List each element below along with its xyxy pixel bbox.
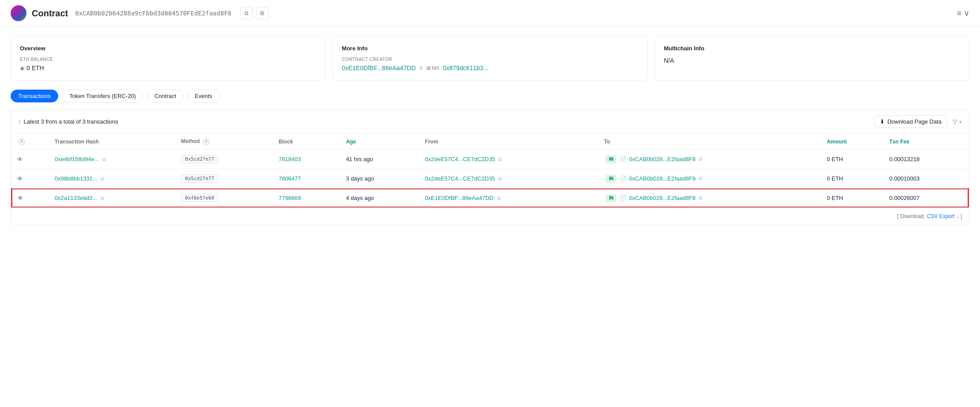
copy-from-icon[interactable]: ⧉: [497, 196, 501, 201]
in-direction-badge: IN: [606, 194, 616, 202]
row-from: 0xE1E0DfBF...86eAa47DD ⧉: [420, 188, 599, 208]
copy-from-icon[interactable]: ⧉: [498, 157, 502, 162]
th-from: From: [420, 134, 599, 150]
th-view: ?: [11, 134, 49, 150]
th-age[interactable]: Age: [341, 134, 420, 150]
txn-hash-link[interactable]: 0x879dc611b3...: [443, 64, 489, 72]
row-view-icon[interactable]: 👁: [11, 169, 49, 188]
row-amount: 0 ETH: [822, 188, 884, 208]
filter-icon: ▽: [953, 118, 957, 125]
row-to: IN 📄 0xCAB0b028...E2faad8F8 ⧉: [599, 150, 822, 169]
method-info-icon[interactable]: ?: [203, 139, 209, 145]
csv-export-link[interactable]: CSV Export: [927, 213, 955, 219]
contract-address: 0xCAB0b02864288a9cFbbd3d004570FEdE2faad8…: [75, 10, 231, 17]
qr-code-button[interactable]: ⊞: [256, 7, 268, 19]
in-direction-badge: IN: [606, 155, 616, 163]
copy-tx-icon[interactable]: ⧉: [101, 196, 104, 201]
table-row: 👁 0xe4bf158d94e... ⧉ 0x5cd27e77 7818403 …: [11, 150, 969, 169]
from-address-link[interactable]: 0x2deE57C4...CE7dC2D35: [425, 175, 495, 182]
contract-doc-icon: 📄: [620, 175, 626, 181]
row-block: 7798869: [273, 188, 340, 208]
th-txn-fee: Txn Fee: [884, 134, 969, 150]
row-block: 7806477: [273, 169, 340, 188]
row-from: 0x2deE57C4...CE7dC2D35 ⧉: [420, 169, 599, 188]
table-toolbar: ↕ Latest 3 from a total of 3 transaction…: [11, 110, 969, 134]
copy-from-icon[interactable]: ⧉: [498, 176, 502, 181]
from-address-link[interactable]: 0x2deE57C4...CE7dC2D35: [425, 156, 495, 162]
copy-to-icon[interactable]: ⧉: [699, 156, 702, 162]
eth-balance-amount: 0 ETH: [26, 64, 44, 72]
row-from: 0x2deE57C4...CE7dC2D35 ⧉: [420, 150, 599, 169]
chevron-icon: ∨: [959, 119, 962, 124]
multichain-title: Multichain Info: [664, 45, 960, 52]
row-view-icon[interactable]: 👁: [11, 188, 49, 208]
row-to: IN 📄 0xCAB0b028...E2faad8F8 ⧉: [599, 188, 822, 208]
transactions-table: ? Transaction Hash Method ? Block Age Fr…: [11, 134, 969, 207]
row-tx-hash: 0x2a1133ebd2... ⧉: [49, 188, 176, 208]
page-header: Contract 0xCAB0b02864288a9cFbbd3d004570F…: [0, 0, 980, 27]
row-to: IN 📄 0xCAB0b028...E2faad8F8 ⧉: [599, 169, 822, 188]
row-block: 7818403: [273, 150, 340, 169]
method-badge: 0x5cd27e77: [181, 155, 218, 163]
copy-to-icon[interactable]: ⧉: [699, 195, 702, 200]
tx-hash-link[interactable]: 0xe4bf158d94e...: [55, 156, 99, 162]
row-age: 41 hrs ago: [341, 150, 420, 169]
multichain-value: N/A: [664, 57, 960, 64]
block-link[interactable]: 7806477: [279, 175, 301, 182]
copy-tx-icon[interactable]: ⧉: [101, 176, 104, 181]
list-menu-icon[interactable]: ≡ ∨: [957, 8, 969, 18]
eth-diamond-icon: ◈: [20, 64, 25, 72]
overview-card: Overview ETH BALANCE ◈ 0 ETH: [11, 36, 325, 81]
table-actions: ⬇ Download Page Data ▽ ∨: [874, 115, 962, 128]
tab-token-transfers[interactable]: Token Transfers (ERC-20): [62, 90, 143, 102]
tx-hash-link[interactable]: 0x98b8bb1331...: [55, 175, 98, 182]
copy-address-button[interactable]: ⧉: [240, 7, 253, 19]
tx-hash-link[interactable]: 0x2a1133ebd2...: [55, 195, 98, 201]
block-link[interactable]: 7818403: [279, 156, 301, 162]
to-address-link[interactable]: 0xCAB0b028...E2faad8F8: [629, 155, 696, 162]
transactions-table-section: ↕ Latest 3 from a total of 3 transaction…: [11, 109, 969, 225]
contract-logo-icon: [11, 5, 26, 21]
in-direction-badge: IN: [606, 175, 616, 183]
eth-balance-value: ◈ 0 ETH: [20, 64, 316, 72]
method-badge: 0x5cd27e77: [181, 174, 218, 183]
table-row: 👁 0x98b8bb1331... ⧉ 0x5cd27e77 7806477 3…: [11, 169, 969, 188]
th-method: Method ?: [176, 134, 273, 150]
tab-events[interactable]: Events: [187, 90, 220, 102]
download-page-data-button[interactable]: ⬇ Download Page Data: [874, 115, 947, 128]
tab-transactions[interactable]: Transactions: [11, 90, 58, 102]
copy-creator-icon[interactable]: ⧉: [419, 65, 423, 71]
sort-icon: ↕: [18, 118, 21, 125]
th-tx-hash: Transaction Hash: [49, 134, 176, 150]
download-btn-label: Download Page Data: [887, 118, 942, 125]
creator-address-link[interactable]: 0xE1E0DfBF...86eAa47DD: [342, 64, 415, 72]
view-info-icon[interactable]: ?: [19, 139, 25, 145]
copy-to-icon[interactable]: ⧉: [699, 176, 702, 181]
qr-icon: ⊞: [260, 10, 264, 16]
multichain-card: Multichain Info N/A: [655, 36, 969, 81]
header-right: ≡ ∨: [957, 8, 969, 18]
copy-tx-icon[interactable]: ⧉: [102, 157, 106, 162]
table-footer: [ Download: CSV Export ↓ ]: [11, 207, 969, 225]
row-method: 0x5cd27e77: [176, 169, 273, 188]
table-summary: ↕ Latest 3 from a total of 3 transaction…: [18, 118, 118, 125]
creator-label: CONTRACT CREATOR: [342, 57, 638, 62]
from-address-link[interactable]: 0xE1E0DfBF...86eAa47DD: [425, 195, 494, 201]
block-link[interactable]: 7798869: [279, 195, 301, 201]
table-summary-text: Latest 3 from a total of 3 transactions: [24, 118, 118, 125]
row-tx-hash: 0xe4bf158d94e... ⧉: [49, 150, 176, 169]
copy-icon: ⧉: [245, 10, 249, 16]
row-view-icon[interactable]: 👁: [11, 150, 49, 169]
tabs-row: Transactions Token Transfers (ERC-20) Co…: [0, 90, 980, 109]
row-tx-hash: 0x98b8bb1331... ⧉: [49, 169, 176, 188]
row-method: 0x5cd27e77: [176, 150, 273, 169]
download-label: [ Download:: [897, 213, 925, 219]
tab-contract[interactable]: Contract: [147, 90, 184, 102]
filter-button[interactable]: ▽ ∨: [953, 118, 962, 125]
row-amount: 0 ETH: [822, 169, 884, 188]
creator-value: 0xE1E0DfBF...86eAa47DD ⧉ at txn 0x879dc6…: [342, 64, 638, 72]
more-info-title: More Info: [342, 45, 638, 52]
to-address-link[interactable]: 0xCAB0b028...E2faad8F8: [629, 175, 696, 181]
to-address-link[interactable]: 0xCAB0b028...E2faad8F8: [629, 194, 696, 201]
at-txn-label: at txn: [426, 65, 439, 71]
